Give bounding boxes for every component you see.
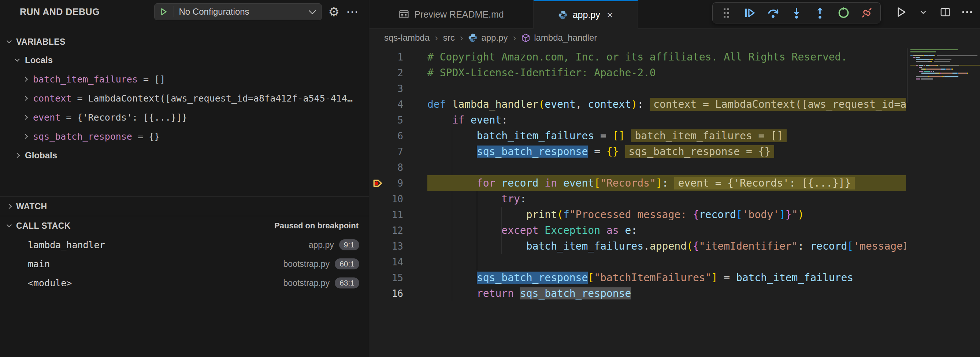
minimap-slider[interactable]	[907, 48, 907, 103]
stack-frame-row[interactable]: mainbootstrap.py60:1	[0, 254, 369, 273]
breadcrumb-item-lambda_handler[interactable]: lambda_handler	[521, 33, 597, 43]
chevron-right-icon	[23, 115, 28, 120]
debug-inline-value: event = {'Records': [{...}]}	[674, 177, 854, 190]
line-number: 7	[386, 146, 403, 157]
globals-group[interactable]: Globals	[0, 146, 369, 165]
line-content: for record in event["Records"]:event = {…	[427, 175, 906, 191]
debug-config-label: No Configurations	[179, 6, 305, 17]
run-dropdown-button[interactable]	[917, 6, 929, 18]
variable-name: sqs_batch_response	[33, 131, 132, 142]
code-line-16[interactable]: 16 return sqs_batch_response	[369, 285, 980, 301]
debug-inline-value: batch_item_failures = []	[631, 129, 787, 142]
line-content: return sqs_batch_response	[427, 285, 906, 301]
more-actions-button[interactable]	[961, 6, 974, 18]
tab-label: Preview README.md	[414, 9, 504, 20]
minimap-line	[910, 55, 980, 56]
minimap-line	[910, 76, 980, 77]
minimap-line	[910, 57, 980, 58]
line-content: def lambda_handler(event, context):conte…	[427, 96, 906, 112]
line-content: batch_item_failures.append({"itemIdentif…	[427, 238, 906, 254]
minimap-line	[910, 69, 980, 70]
sidebar-header: RUN AND DEBUG No Configurations ⚙ ⋯	[0, 0, 369, 24]
start-debugging-icon[interactable]	[159, 7, 169, 16]
line-content: sqs_batch_response = {}sqs_batch_respons…	[427, 144, 906, 159]
breadcrumb-item-app.py[interactable]: app.py	[468, 33, 508, 43]
sidebar-title: RUN AND DEBUG	[20, 6, 100, 17]
stack-frame-row[interactable]: <module>bootstrap.py63:1	[0, 273, 369, 293]
code-line-5[interactable]: 5 if event:	[369, 112, 980, 128]
preview-icon	[399, 9, 409, 19]
minimap-line	[910, 78, 980, 80]
code-line-6[interactable]: 6 batch_item_failures = []batch_item_fai…	[369, 128, 980, 144]
tab-preview-readme-md[interactable]: Preview README.md	[369, 0, 534, 29]
code-line-4[interactable]: 4def lambda_handler(event, context):cont…	[369, 96, 980, 112]
callstack-label: CALL STACK	[16, 221, 71, 231]
code-line-11[interactable]: 11 print(f"Processed message: {record['b…	[369, 207, 980, 223]
code-line-2[interactable]: 2# SPDX-License-Identifier: Apache-2.0	[369, 65, 980, 81]
run-button[interactable]	[895, 6, 907, 18]
minimap-line	[910, 67, 980, 68]
locals-group[interactable]: Locals	[0, 51, 369, 70]
breadcrumb-separator: ›	[435, 32, 438, 44]
minimap-line	[910, 53, 980, 54]
code-line-15[interactable]: 15 sqs_batch_response["batchItemFailures…	[369, 270, 980, 285]
debug-config-dropdown[interactable]: No Configurations	[154, 3, 322, 20]
line-content: # SPDX-License-Identifier: Apache-2.0	[427, 65, 906, 81]
line-content: except Exception as e:	[427, 223, 906, 238]
watch-section-header[interactable]: WATCH	[0, 196, 369, 216]
chevron-right-icon	[15, 153, 20, 158]
restart-button[interactable]	[837, 6, 850, 19]
gear-icon[interactable]: ⚙	[328, 5, 339, 18]
code-line-10[interactable]: 10 try:	[369, 191, 980, 207]
line-number: 13	[386, 241, 403, 252]
drag-handle-icon	[724, 8, 729, 18]
close-icon[interactable]: ×	[607, 9, 613, 21]
minimap-line	[910, 51, 980, 53]
breadcrumb-separator: ›	[460, 32, 463, 44]
frame-name: lambda_handler	[28, 240, 105, 250]
variable-row-batch_item_failures[interactable]: batch_item_failures = []	[0, 70, 369, 89]
code-line-3[interactable]: 3	[369, 81, 980, 96]
line-content: print(f"Processed message: {record['body…	[427, 207, 906, 223]
continue-button[interactable]	[743, 6, 756, 19]
stack-frame-row[interactable]: lambda_handlerapp.py9:1	[0, 235, 369, 254]
variable-name: event	[33, 112, 60, 123]
breadcrumb-item-sqs-lambda[interactable]: sqs-lambda	[384, 33, 430, 43]
minimap-line	[910, 71, 980, 72]
step-out-button[interactable]	[814, 6, 826, 19]
line-number: 12	[386, 225, 403, 236]
code-line-13[interactable]: 13 batch_item_failures.append({"itemIden…	[369, 238, 980, 254]
current-stackframe-breakpoint-icon[interactable]	[369, 178, 386, 189]
line-number: 5	[386, 115, 403, 126]
variable-row-sqs_batch_response[interactable]: sqs_batch_response = {}	[0, 127, 369, 146]
minimap-line	[910, 74, 980, 75]
variable-row-context[interactable]: context = LambdaContext([aws_request_id=…	[0, 89, 369, 108]
step-over-button[interactable]	[767, 6, 779, 19]
tab-app-py[interactable]: app.py×	[534, 0, 638, 29]
code-line-12[interactable]: 12 except Exception as e:	[369, 223, 980, 238]
frame-file: bootstrap.py	[283, 278, 330, 288]
split-editor-button[interactable]	[939, 6, 951, 18]
frame-position-badge: 60:1	[335, 258, 359, 269]
paused-status: Paused on breakpoint	[274, 221, 358, 231]
code-line-8[interactable]: 8	[369, 159, 980, 175]
callstack-section-header[interactable]: CALL STACK Paused on breakpoint	[0, 216, 369, 235]
python-icon	[558, 10, 568, 20]
tab-label: app.py	[573, 10, 600, 20]
variable-name: context	[33, 93, 72, 104]
drag-handle[interactable]	[720, 6, 732, 19]
code-line-9[interactable]: 9 for record in event["Records"]:event =…	[369, 175, 980, 191]
line-number: 14	[386, 257, 403, 268]
variables-section-header[interactable]: VARIABLES	[0, 33, 369, 51]
code-line-14[interactable]: 14	[369, 254, 980, 270]
step-into-button[interactable]	[790, 6, 803, 19]
vscode-window: RUN AND DEBUG No Configurations ⚙ ⋯ VARI…	[0, 0, 980, 357]
variable-row-event[interactable]: event = {'Records': [{...}]}	[0, 108, 369, 127]
breadcrumb-item-src[interactable]: src	[443, 33, 455, 43]
line-content: # Copyright Amazon.com, Inc. or its affi…	[427, 49, 906, 65]
minimap[interactable]	[907, 48, 980, 202]
disconnect-button[interactable]	[861, 6, 873, 19]
code-line-7[interactable]: 7 sqs_batch_response = {}sqs_batch_respo…	[369, 144, 980, 159]
more-actions-icon[interactable]: ⋯	[346, 5, 358, 18]
code-line-1[interactable]: 1# Copyright Amazon.com, Inc. or its aff…	[369, 49, 980, 65]
